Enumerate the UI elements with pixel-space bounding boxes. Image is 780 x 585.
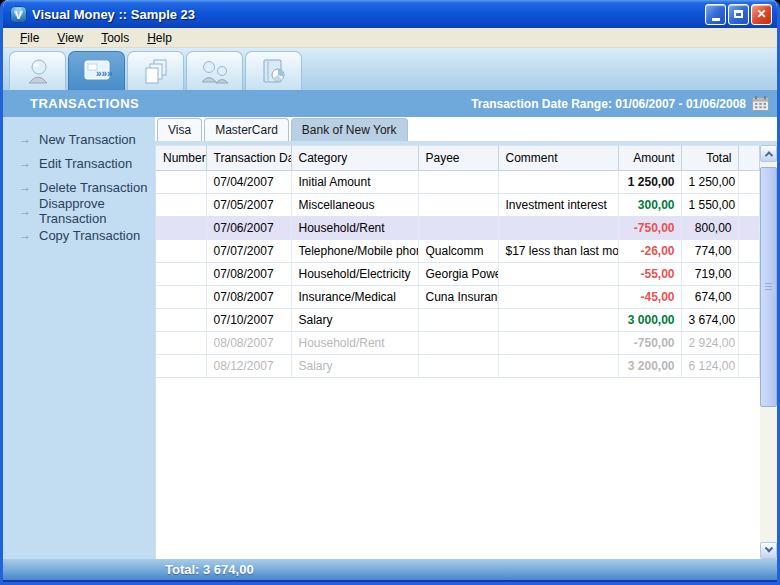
app-logo-icon: V xyxy=(10,6,27,23)
account-person-icon xyxy=(23,57,53,85)
app-window: V Visual Money :: Sample 23 ✕ FileViewTo… xyxy=(0,0,780,585)
sidebar-item-label: Copy Transaction xyxy=(39,228,140,243)
cell-amount: 3 200,00 xyxy=(618,355,681,378)
cell-category: Salary xyxy=(291,355,418,378)
menu-help[interactable]: Help xyxy=(138,29,181,47)
table-row[interactable]: 07/07/2007Telephone/Mobile phoneQualcomm… xyxy=(156,240,760,263)
cell-amount: -26,00 xyxy=(618,240,681,263)
cell-filler xyxy=(738,171,760,194)
categories-button[interactable] xyxy=(127,51,184,90)
arrow-icon: → xyxy=(19,132,31,146)
cell-comment xyxy=(498,355,618,378)
cell-comment: $17 less than last month xyxy=(498,240,618,263)
page-title: TRANSACTIONS xyxy=(3,96,471,111)
cell-payee xyxy=(418,309,498,332)
cell-number xyxy=(156,240,206,263)
reports-button[interactable] xyxy=(245,51,302,90)
status-bar: Total: 3 674,00 xyxy=(3,559,777,582)
cell-payee xyxy=(418,355,498,378)
maximize-icon xyxy=(734,10,743,18)
sidebar-item-new-transaction[interactable]: →New Transaction xyxy=(3,127,155,151)
cell-filler xyxy=(738,332,760,355)
section-header: TRANSACTIONS Transaction Date Range: 01/… xyxy=(3,90,777,117)
menu-file[interactable]: File xyxy=(11,29,48,47)
cell-filler xyxy=(738,217,760,240)
cell-date: 07/08/2007 xyxy=(206,286,291,309)
cell-number xyxy=(156,217,206,240)
scrollbar-thumb[interactable] xyxy=(760,167,777,407)
cell-filler xyxy=(738,194,760,217)
payees-button[interactable] xyxy=(186,51,243,90)
table-row[interactable]: 07/06/2007Household/Rent-750,00800,00 xyxy=(156,217,760,240)
reports-book-icon xyxy=(259,57,289,85)
table-row[interactable]: 07/04/2007Initial Amount1 250,001 250,00 xyxy=(156,171,760,194)
date-range-label: Transaction Date Range: 01/06/2007 - 01/… xyxy=(471,97,746,111)
cell-date: 07/05/2007 xyxy=(206,194,291,217)
tab-visa[interactable]: Visa xyxy=(157,118,202,141)
column-header-number[interactable]: Number xyxy=(156,146,206,171)
column-header-category[interactable]: Category xyxy=(291,146,418,171)
action-sidebar: →New Transaction→Edit Transaction→Delete… xyxy=(3,117,155,559)
main-panel: VisaMasterCardBank of New York NumberTra… xyxy=(155,117,777,559)
cell-payee xyxy=(418,332,498,355)
maximize-button[interactable] xyxy=(728,4,749,25)
table-row[interactable]: 07/05/2007MiscellaneousInvestment intere… xyxy=(156,194,760,217)
cell-comment xyxy=(498,309,618,332)
cell-total: 800,00 xyxy=(681,217,738,240)
cell-amount: -750,00 xyxy=(618,217,681,240)
cell-payee: Cuna Insurance xyxy=(418,286,498,309)
cell-total: 1 250,00 xyxy=(681,171,738,194)
transactions-grid: NumberTransaction DateCategoryPayeeComme… xyxy=(155,145,760,559)
vertical-scrollbar[interactable] xyxy=(760,145,777,559)
cell-category: Telephone/Mobile phone xyxy=(291,240,418,263)
cell-amount: -45,00 xyxy=(618,286,681,309)
cell-payee: Qualcomm xyxy=(418,240,498,263)
title-bar[interactable]: V Visual Money :: Sample 23 ✕ xyxy=(3,0,777,28)
table-row[interactable]: 08/12/2007Salary3 200,006 124,00 xyxy=(156,355,760,378)
tab-bank-of-new-york[interactable]: Bank of New York xyxy=(291,118,408,141)
sidebar-item-disapprove-transaction[interactable]: →Disapprove Transaction xyxy=(3,199,155,223)
cell-total: 6 124,00 xyxy=(681,355,738,378)
table-row[interactable]: 08/08/2007Household/Rent-750,002 924,00 xyxy=(156,332,760,355)
cell-comment xyxy=(498,332,618,355)
column-header-payee[interactable]: Payee xyxy=(418,146,498,171)
cell-total: 1 550,00 xyxy=(681,194,738,217)
cell-category: Initial Amount xyxy=(291,171,418,194)
close-icon: ✕ xyxy=(756,8,766,20)
scrollbar-grip-icon xyxy=(765,283,772,291)
menu-tools[interactable]: Tools xyxy=(92,29,138,47)
column-header-amount[interactable]: Amount xyxy=(618,146,681,171)
column-header-comment[interactable]: Comment xyxy=(498,146,618,171)
cell-category: Household/Electricity xyxy=(291,263,418,286)
tab-mastercard[interactable]: MasterCard xyxy=(204,118,289,141)
sidebar-item-edit-transaction[interactable]: →Edit Transaction xyxy=(3,151,155,175)
column-header-total[interactable]: Total xyxy=(681,146,738,171)
table-header-row: NumberTransaction DateCategoryPayeeComme… xyxy=(156,146,760,171)
cell-date: 07/04/2007 xyxy=(206,171,291,194)
table-row[interactable]: 07/08/2007Household/ElectricityGeorgia P… xyxy=(156,263,760,286)
sidebar-item-label: Edit Transaction xyxy=(39,156,132,171)
cell-number xyxy=(156,332,206,355)
scroll-up-button[interactable] xyxy=(760,145,777,162)
arrow-icon: → xyxy=(19,180,31,194)
arrow-icon: → xyxy=(19,228,31,242)
table-row[interactable]: 07/08/2007Insurance/MedicalCuna Insuranc… xyxy=(156,286,760,309)
svg-text:V: V xyxy=(15,9,23,21)
close-button[interactable]: ✕ xyxy=(751,4,772,25)
table-row[interactable]: 07/10/2007Salary3 000,003 674,00 xyxy=(156,309,760,332)
account-tabs: VisaMasterCardBank of New York xyxy=(155,117,777,141)
cell-number xyxy=(156,263,206,286)
cell-amount: 3 000,00 xyxy=(618,309,681,332)
accounts-button[interactable] xyxy=(9,51,66,90)
column-header-transaction-date[interactable]: Transaction Date xyxy=(206,146,291,171)
scroll-down-button[interactable] xyxy=(760,542,777,559)
menu-view[interactable]: View xyxy=(48,29,92,47)
cell-total: 674,00 xyxy=(681,286,738,309)
cell-number xyxy=(156,309,206,332)
sidebar-item-copy-transaction[interactable]: →Copy Transaction xyxy=(3,223,155,247)
transactions-button[interactable]: »»» xyxy=(68,51,125,90)
cell-filler xyxy=(738,286,760,309)
calendar-icon[interactable] xyxy=(752,96,769,111)
minimize-button[interactable] xyxy=(705,4,726,25)
cell-payee xyxy=(418,171,498,194)
